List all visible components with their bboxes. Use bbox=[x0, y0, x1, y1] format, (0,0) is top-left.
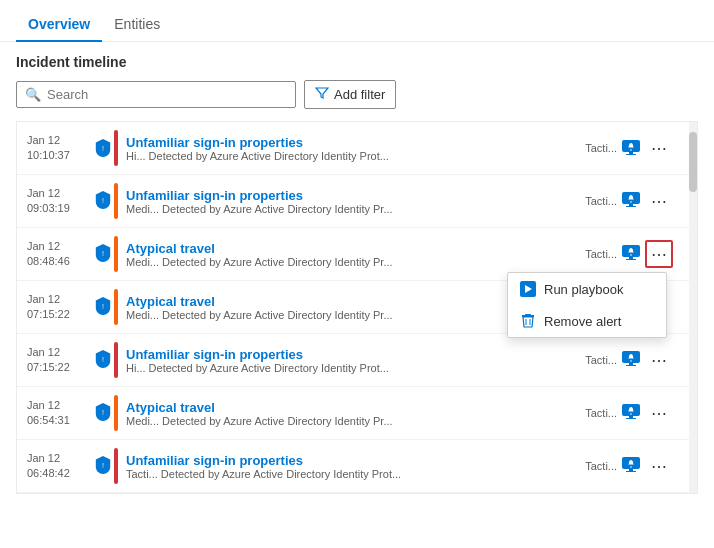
run-playbook-icon bbox=[520, 281, 536, 297]
svg-rect-12 bbox=[629, 257, 633, 259]
table-row: Jan 12 09:03:19 ! Unfamiliar sign-in pro… bbox=[17, 175, 697, 228]
remove-alert-label: Remove alert bbox=[544, 314, 621, 329]
time-col: Jan 12 06:48:42 bbox=[27, 451, 92, 482]
time-col: Jan 12 07:15:22 bbox=[27, 292, 92, 323]
tactic-col: Tacti... bbox=[577, 248, 617, 260]
svg-rect-13 bbox=[626, 259, 636, 260]
more-options-button[interactable]: ⋯ bbox=[645, 187, 673, 215]
alert-icon-col bbox=[617, 192, 645, 211]
time-col: Jan 12 07:15:22 bbox=[27, 345, 92, 376]
more-options-button[interactable]: ⋯ bbox=[645, 346, 673, 374]
alert-icon-col bbox=[617, 351, 645, 370]
incident-title[interactable]: Unfamiliar sign-in properties bbox=[126, 188, 577, 203]
svg-rect-38 bbox=[626, 471, 636, 472]
incident-title[interactable]: Atypical travel bbox=[126, 241, 577, 256]
incident-meta: Hi... Detected by Azure Active Directory… bbox=[126, 150, 577, 162]
svg-text:!: ! bbox=[102, 460, 104, 469]
alert-icon bbox=[622, 140, 640, 156]
tactic-col: Tacti... bbox=[577, 460, 617, 472]
more-options-button[interactable]: ⋯ bbox=[645, 452, 673, 480]
time-col: Jan 12 08:48:46 bbox=[27, 239, 92, 270]
alert-icon bbox=[622, 245, 640, 264]
content-col: Unfamiliar sign-in properties Hi... Dete… bbox=[126, 135, 577, 162]
context-menu: Run playbook Remove alert bbox=[507, 272, 667, 338]
svg-text:!: ! bbox=[102, 407, 104, 416]
search-input-wrapper[interactable]: 🔍 bbox=[16, 81, 296, 108]
shield-col: ! bbox=[92, 139, 114, 157]
add-filter-button[interactable]: Add filter bbox=[304, 80, 396, 109]
content-col: Atypical travel Medi... Detected by Azur… bbox=[126, 241, 577, 268]
svg-text:!: ! bbox=[102, 144, 104, 153]
incident-meta: Medi... Detected by Azure Active Directo… bbox=[126, 415, 577, 427]
table-row: Jan 12 06:48:42 ! Unfamiliar sign-in pro… bbox=[17, 440, 697, 493]
svg-point-29 bbox=[630, 360, 632, 362]
shield-col: ! bbox=[92, 403, 114, 424]
alert-icon-col bbox=[617, 245, 645, 264]
scrollbar[interactable] bbox=[689, 122, 697, 493]
severity-bar bbox=[114, 395, 118, 431]
svg-rect-37 bbox=[629, 469, 633, 471]
svg-rect-28 bbox=[626, 365, 636, 366]
svg-text:!: ! bbox=[102, 354, 104, 363]
add-filter-label: Add filter bbox=[334, 87, 385, 102]
content-col: Unfamiliar sign-in properties Hi... Dete… bbox=[126, 347, 577, 374]
shield-col: ! bbox=[92, 244, 114, 265]
tabs-container: Overview Entities bbox=[0, 0, 714, 42]
content-col: Unfamiliar sign-in properties Tacti... D… bbox=[126, 453, 577, 480]
table-row: Jan 12 06:54:31 ! Atypical travel Medi..… bbox=[17, 387, 697, 440]
context-menu-item-run-playbook[interactable]: Run playbook bbox=[508, 273, 666, 305]
alert-icon bbox=[622, 192, 640, 211]
incident-title[interactable]: Unfamiliar sign-in properties bbox=[126, 347, 577, 362]
incident-meta: Tacti... Detected by Azure Active Direct… bbox=[126, 468, 577, 480]
svg-rect-27 bbox=[629, 363, 633, 365]
svg-point-4 bbox=[630, 149, 632, 151]
svg-point-34 bbox=[630, 413, 632, 415]
svg-text:!: ! bbox=[102, 195, 104, 204]
shield-icon: ! bbox=[95, 191, 111, 212]
incident-meta: Medi... Detected by Azure Active Directo… bbox=[126, 203, 577, 215]
alert-icon bbox=[622, 457, 640, 476]
more-options-button-active[interactable]: ⋯ bbox=[645, 240, 673, 268]
context-menu-item-remove-alert[interactable]: Remove alert bbox=[508, 305, 666, 337]
tactic-col: Tacti... bbox=[577, 142, 617, 154]
severity-bar bbox=[114, 342, 118, 378]
incident-meta: Hi... Detected by Azure Active Directory… bbox=[126, 362, 577, 374]
search-input[interactable] bbox=[47, 87, 287, 102]
svg-rect-8 bbox=[626, 206, 636, 207]
incident-title[interactable]: Unfamiliar sign-in properties bbox=[126, 135, 577, 150]
section-title: Incident timeline bbox=[16, 54, 698, 70]
more-options-button[interactable]: ⋯ bbox=[645, 134, 673, 162]
incident-meta: Medi... Detected by Azure Active Directo… bbox=[126, 256, 577, 268]
table-row: Jan 12 10:10:37 ! Unfamiliar sign-in pro… bbox=[17, 122, 697, 175]
svg-rect-17 bbox=[525, 314, 531, 316]
svg-text:!: ! bbox=[102, 248, 104, 257]
severity-bar bbox=[114, 130, 118, 166]
svg-point-14 bbox=[630, 254, 632, 256]
shield-col: ! bbox=[92, 350, 114, 371]
shield-col: ! bbox=[92, 191, 114, 212]
content-col: Unfamiliar sign-in properties Medi... De… bbox=[126, 188, 577, 215]
alert-icon-col bbox=[617, 457, 645, 476]
shield-icon: ! bbox=[95, 244, 111, 265]
incident-title[interactable]: Atypical travel bbox=[126, 400, 577, 415]
time-col: Jan 12 06:54:31 bbox=[27, 398, 92, 429]
alert-icon bbox=[622, 351, 640, 370]
alert-icon-col bbox=[617, 404, 645, 423]
time-col: Jan 12 09:03:19 bbox=[27, 186, 92, 217]
timeline-container: Jan 12 10:10:37 ! Unfamiliar sign-in pro… bbox=[16, 121, 698, 494]
alert-icon bbox=[622, 404, 640, 423]
run-playbook-label: Run playbook bbox=[544, 282, 624, 297]
scrollbar-thumb[interactable] bbox=[689, 132, 697, 192]
tab-overview[interactable]: Overview bbox=[16, 8, 102, 42]
severity-bar bbox=[114, 183, 118, 219]
incident-title[interactable]: Unfamiliar sign-in properties bbox=[126, 453, 577, 468]
filter-icon bbox=[315, 86, 329, 103]
tab-entities[interactable]: Entities bbox=[102, 8, 172, 42]
svg-point-9 bbox=[630, 201, 632, 203]
trash-icon bbox=[520, 313, 536, 329]
shield-col: ! bbox=[92, 456, 114, 477]
more-options-button[interactable]: ⋯ bbox=[645, 399, 673, 427]
search-icon: 🔍 bbox=[25, 87, 41, 102]
svg-rect-3 bbox=[626, 154, 636, 155]
severity-bar bbox=[114, 236, 118, 272]
